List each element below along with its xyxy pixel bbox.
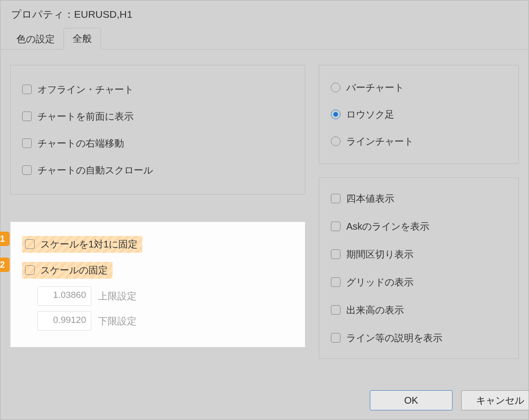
tab-general[interactable]: 全般 bbox=[63, 28, 101, 49]
checkbox-icon bbox=[331, 194, 340, 203]
descriptions-label: ライン等の説明を表示 bbox=[346, 332, 442, 345]
line-chart-label: ラインチャート bbox=[346, 135, 414, 148]
highlight-2: スケールの固定 bbox=[22, 262, 113, 279]
upper-limit-row: 1.03860 上限設定 bbox=[38, 284, 293, 309]
fix-scale-row[interactable]: スケールの固定 bbox=[22, 259, 293, 282]
fix-scale-1to1-row[interactable]: スケールを1対1に固定 bbox=[22, 233, 293, 256]
upper-limit-label: 上限設定 bbox=[98, 290, 137, 303]
ask-line-row[interactable]: Askのラインを表示 bbox=[331, 212, 507, 240]
period-sep-label: 期間区切り表示 bbox=[346, 248, 414, 261]
cancel-clip: キャンセル bbox=[461, 390, 529, 410]
chart-autoscroll-label: チャートの自動スクロール bbox=[38, 164, 153, 177]
highlight-1: スケールを1対1に固定 bbox=[22, 236, 142, 253]
lower-limit-value: 0.99120 bbox=[53, 315, 86, 325]
upper-limit-input[interactable]: 1.03860 bbox=[38, 286, 91, 306]
chart-type-panel: バーチャート ロウソク足 ラインチャート bbox=[319, 65, 519, 164]
radio-icon bbox=[331, 83, 340, 92]
period-sep-row[interactable]: 期間区切り表示 bbox=[331, 240, 507, 268]
checkbox-icon bbox=[331, 277, 340, 287]
checkbox-icon bbox=[22, 111, 32, 121]
radio-icon bbox=[331, 136, 340, 146]
checkbox-icon bbox=[25, 239, 35, 249]
grid-row[interactable]: グリッドの表示 bbox=[331, 268, 507, 296]
candle-chart-label: ロウソク足 bbox=[346, 108, 394, 121]
volume-label: 出来高の表示 bbox=[346, 304, 404, 317]
ok-button[interactable]: OK bbox=[370, 390, 453, 410]
tab-colors[interactable]: 色の設定 bbox=[8, 29, 63, 49]
offline-chart-label: オフライン・チャート bbox=[38, 83, 134, 96]
line-chart-row[interactable]: ラインチャート bbox=[331, 128, 507, 155]
grid-label: グリッドの表示 bbox=[346, 276, 414, 289]
candle-chart-row[interactable]: ロウソク足 bbox=[331, 101, 507, 128]
chart-right-shift-label: チャートの右端移動 bbox=[38, 137, 124, 150]
lower-limit-label: 下限設定 bbox=[98, 315, 137, 328]
chart-right-shift-row[interactable]: チャートの右端移動 bbox=[22, 130, 293, 157]
right-column: バーチャート ロウソク足 ラインチャート 四本値表示 As bbox=[319, 65, 519, 359]
volume-row[interactable]: 出来高の表示 bbox=[331, 296, 507, 324]
marker-1-text: 1 bbox=[0, 234, 5, 244]
chart-options-panel: オフライン・チャート チャートを前面に表示 チャートの右端移動 チャートの自動ス… bbox=[10, 65, 305, 195]
annotation-marker-2: 2 bbox=[0, 258, 10, 272]
tab-general-label: 全般 bbox=[73, 33, 92, 44]
fix-scale-label: スケールの固定 bbox=[40, 264, 108, 277]
annotation-marker-1: 1 bbox=[0, 232, 10, 246]
ohlc-row[interactable]: 四本値表示 bbox=[331, 185, 507, 212]
bar-chart-row[interactable]: バーチャート bbox=[331, 74, 507, 101]
titlebar: プロパティ：EURUSD,H1 bbox=[0, 0, 529, 28]
chart-autoscroll-row[interactable]: チャートの自動スクロール bbox=[22, 157, 293, 184]
dialog-content: オフライン・チャート チャートを前面に表示 チャートの右端移動 チャートの自動ス… bbox=[0, 49, 529, 359]
checkbox-icon bbox=[22, 165, 32, 175]
radio-icon bbox=[331, 110, 340, 119]
bar-chart-label: バーチャート bbox=[346, 81, 404, 94]
descriptions-row[interactable]: ライン等の説明を表示 bbox=[331, 324, 507, 352]
checkbox-icon bbox=[25, 265, 35, 275]
lower-limit-input[interactable]: 0.99120 bbox=[38, 311, 91, 331]
button-bar: OK キャンセル bbox=[0, 381, 529, 420]
checkbox-icon bbox=[331, 249, 340, 259]
checkbox-icon bbox=[331, 222, 340, 231]
upper-limit-value: 1.03860 bbox=[53, 290, 86, 300]
marker-2-text: 2 bbox=[0, 260, 5, 270]
chart-front-row[interactable]: チャートを前面に表示 bbox=[22, 103, 293, 130]
scale-panel: 1 2 スケールを1対1に固定 スケールの固定 bbox=[10, 222, 305, 347]
checkbox-icon bbox=[331, 305, 340, 315]
fix-scale-1to1-label: スケールを1対1に固定 bbox=[40, 238, 138, 251]
lower-limit-row: 0.99120 下限設定 bbox=[38, 309, 293, 334]
tabs: 色の設定 全般 bbox=[0, 28, 529, 49]
tab-colors-label: 色の設定 bbox=[16, 34, 55, 44]
offline-chart-row[interactable]: オフライン・チャート bbox=[22, 76, 293, 103]
checkbox-icon bbox=[331, 333, 340, 343]
checkbox-icon bbox=[22, 85, 32, 94]
left-column: オフライン・チャート チャートを前面に表示 チャートの右端移動 チャートの自動ス… bbox=[10, 65, 305, 359]
properties-dialog: プロパティ：EURUSD,H1 色の設定 全般 オフライン・チャート チャートを… bbox=[0, 0, 529, 420]
chart-front-label: チャートを前面に表示 bbox=[38, 110, 134, 123]
ask-line-label: Askのラインを表示 bbox=[346, 220, 429, 233]
cancel-button[interactable]: キャンセル bbox=[461, 390, 529, 410]
checkbox-icon bbox=[22, 138, 32, 148]
ok-button-label: OK bbox=[404, 395, 418, 406]
window-title: プロパティ：EURUSD,H1 bbox=[11, 8, 132, 21]
cancel-button-label: キャンセル bbox=[476, 394, 524, 407]
display-options-panel: 四本値表示 Askのラインを表示 期間区切り表示 グリッドの表示 出来高の表示 bbox=[319, 177, 519, 359]
ohlc-label: 四本値表示 bbox=[346, 192, 394, 205]
